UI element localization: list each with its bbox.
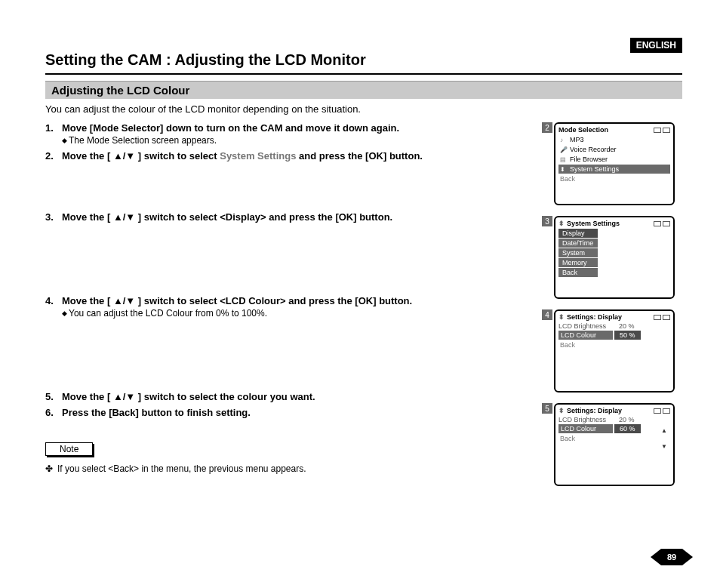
row-lcd-brightness: LCD Brightness 20 % — [558, 322, 670, 330]
screen-title: Settings: Display — [567, 407, 622, 414]
step-5: 5. Move the [ ▲/▼ ] switch to select the… — [45, 391, 540, 402]
status-icons — [654, 221, 670, 226]
screen-number-badge: 2 — [542, 122, 552, 133]
chevron-up-icon: ▲ — [661, 427, 667, 434]
menu-item-mp3: ♪MP3 — [558, 135, 670, 144]
step-sub-text: You can adjust the LCD Colour from 0% to… — [69, 308, 267, 319]
settings-icon: ⬍ — [558, 313, 565, 321]
screens-column: 2 Mode Selection ♪MP3 🎤Voice Recorder ▤F… — [554, 122, 682, 497]
up-down-arrows: ▲ ▼ — [661, 427, 667, 450]
status-icons — [654, 128, 670, 133]
bullet-icon: ✤ — [45, 463, 53, 474]
screen-number-badge: 5 — [542, 403, 552, 414]
folder-icon: ▤ — [560, 156, 568, 163]
menu-item-back: Back — [558, 174, 670, 183]
screen-title: Settings: Display — [567, 313, 622, 321]
chevron-down-icon: ▼ — [661, 443, 667, 450]
manual-page: ENGLISH Setting the CAM : Adjusting the … — [0, 0, 720, 588]
menu-item-datetime: Date/Time — [558, 239, 598, 248]
screen-number-badge: 3 — [542, 216, 552, 226]
step-sub-text: The Mode Selection screen appears. — [69, 135, 217, 146]
row-lcd-colour: LCD Colour 60 % — [558, 424, 670, 433]
step-text: Move the [ ▲/▼ ] switch to select <Displ… — [62, 211, 540, 223]
screen-mode-selection: 2 Mode Selection ♪MP3 🎤Voice Recorder ▤F… — [554, 122, 682, 205]
diamond-icon: ◆ — [62, 137, 67, 144]
step-text: Move the [ ▲/▼ ] switch to select the co… — [62, 391, 540, 402]
menu-item-file: ▤File Browser — [558, 155, 670, 164]
menu-item-memory: Memory — [558, 258, 598, 267]
step-sub: ◆You can adjust the LCD Colour from 0% t… — [62, 308, 540, 319]
music-icon: ♪ — [560, 137, 568, 143]
menu-item-voice: 🎤Voice Recorder — [558, 145, 670, 154]
step-4: 4. Move the [ ▲/▼ ] switch to select <LC… — [45, 295, 540, 319]
step-number: 2. — [45, 150, 62, 162]
title-divider — [45, 73, 682, 75]
page-title: Setting the CAM : Adjusting the LCD Moni… — [45, 51, 682, 69]
step-number: 1. — [45, 122, 62, 146]
page-number: 89 — [661, 549, 682, 565]
step-3: 3. Move the [ ▲/▼ ] switch to select <Di… — [45, 211, 540, 223]
screen-number-badge: 4 — [542, 309, 552, 320]
menu-item-display: Display — [558, 229, 598, 238]
mic-icon: 🎤 — [560, 146, 568, 153]
note-label-box: Note — [45, 442, 93, 456]
settings-icon: ⬍ — [558, 407, 565, 414]
highlighted-option: System Settings — [220, 150, 296, 162]
screen-title: System Settings — [567, 220, 620, 227]
step-text: Move [Mode Selector] down to turn on the… — [62, 122, 540, 134]
step-number: 3. — [45, 211, 62, 223]
step-text: Press the [Back] button to finish settin… — [62, 407, 540, 418]
step-number: 4. — [45, 295, 62, 319]
step-text: Move the [ ▲/▼ ] switch to select <LCD C… — [62, 295, 540, 306]
menu-item-back: Back — [558, 434, 670, 443]
menu-item-back: Back — [558, 340, 670, 349]
screen-title: Mode Selection — [558, 126, 608, 134]
section-title-bar: Adjusting the LCD Colour — [45, 81, 682, 99]
step-1: 1. Move [Mode Selector] down to turn on … — [45, 122, 540, 146]
status-icons — [654, 315, 670, 320]
step-number: 5. — [45, 391, 62, 402]
menu-item-system-settings: ⬍System Settings — [558, 165, 670, 174]
screen-settings-display-2: 5 ⬍Settings: Display LCD Brightness 20 %… — [554, 403, 682, 486]
language-tag: ENGLISH — [630, 38, 682, 53]
step-number: 6. — [45, 407, 62, 418]
note-text: ✤If you select <Back> in the menu, the p… — [45, 463, 540, 474]
menu-item-back: Back — [558, 268, 598, 277]
intro-text: You can adjust the colour of the LCD mon… — [45, 103, 682, 115]
screen-settings-display-1: 4 ⬍Settings: Display LCD Brightness 20 %… — [554, 309, 682, 393]
status-icons — [654, 408, 670, 414]
step-2: 2. Move the [ ▲/▼ ] switch to select Sys… — [45, 150, 540, 162]
settings-icon: ⬍ — [560, 166, 568, 173]
step-6: 6. Press the [Back] button to finish set… — [45, 407, 540, 418]
screen-system-settings: 3 ⬍System Settings Display Date/Time Sys… — [554, 216, 682, 299]
menu-item-system: System — [558, 248, 598, 257]
row-lcd-colour: LCD Colour 50 % — [558, 331, 670, 340]
diamond-icon: ◆ — [62, 309, 67, 317]
settings-icon: ⬍ — [558, 220, 565, 227]
step-sub: ◆The Mode Selection screen appears. — [62, 135, 540, 146]
row-lcd-brightness: LCD Brightness 20 % — [558, 416, 670, 423]
step-text: Move the [ ▲/▼ ] switch to select System… — [62, 150, 540, 162]
steps-column: 1. Move [Mode Selector] down to turn on … — [45, 122, 554, 497]
